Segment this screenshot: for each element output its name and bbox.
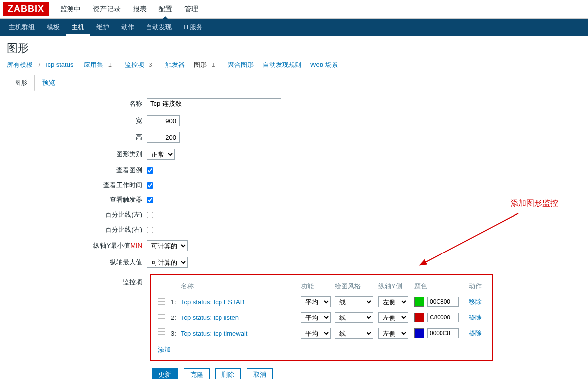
ymin-select[interactable]: 可计算的	[147, 240, 188, 251]
label-ymax: 纵轴最大值	[7, 258, 147, 267]
label-height: 高	[7, 133, 147, 142]
style-select[interactable]: 线	[335, 312, 373, 323]
label-items: 监控项	[7, 274, 147, 287]
topmenu-0[interactable]: 监测中	[54, 0, 87, 19]
item-name-link[interactable]: Tcp status: tcp listen	[181, 314, 239, 321]
func-select[interactable]: 平均	[301, 296, 331, 307]
label-name: 名称	[7, 99, 147, 108]
item-name-link[interactable]: Tcp status: tcp timewait	[181, 330, 247, 337]
pright-checkbox[interactable]	[147, 227, 153, 233]
logo: ZABBIX	[3, 2, 49, 16]
remove-link[interactable]: 移除	[469, 314, 482, 321]
func-select[interactable]: 平均	[301, 328, 331, 339]
label-triggers: 查看触发器	[7, 195, 147, 204]
top-menu: 监测中资产记录报表配置管理	[54, 0, 204, 19]
color-input[interactable]	[427, 297, 459, 307]
tab-1[interactable]: 预览	[35, 75, 63, 90]
label-pleft: 百分比线(左)	[7, 210, 147, 219]
th-style: 绘图风格	[333, 279, 376, 294]
table-row: 3:Tcp status: tcp timewait平均线左侧移除	[156, 325, 487, 341]
tab-0[interactable]: 图形	[7, 75, 35, 91]
submenu-1[interactable]: 模板	[41, 19, 66, 36]
width-input[interactable]	[147, 115, 180, 126]
submenu-5[interactable]: 自动发现	[140, 19, 178, 36]
name-input[interactable]	[147, 98, 281, 109]
add-item-link[interactable]: 添加	[158, 345, 171, 354]
breadcrumb-item-3[interactable]: 图形	[194, 61, 207, 68]
height-input[interactable]	[147, 132, 180, 143]
drag-handle-icon[interactable]	[158, 297, 165, 306]
drag-handle-icon[interactable]	[158, 328, 165, 337]
func-select[interactable]: 平均	[301, 312, 331, 323]
items-box: 名称 功能 绘图风格 纵轴Y侧 颜色 动作 1:Tcp status: tcp …	[150, 274, 493, 361]
breadcrumb-item-5[interactable]: 自动发现规则	[263, 61, 301, 68]
triggers-checkbox[interactable]	[147, 197, 153, 203]
submenu-4[interactable]: 动作	[115, 19, 140, 36]
th-name: 名称	[179, 279, 299, 294]
delete-button[interactable]: 删除	[215, 368, 241, 379]
legend-checkbox[interactable]	[147, 167, 153, 174]
update-button[interactable]: 更新	[152, 368, 178, 379]
breadcrumb-template[interactable]: Tcp status	[44, 61, 74, 68]
table-row: 1:Tcp status: tcp ESTAB平均线左侧移除	[156, 294, 487, 310]
label-worktime: 查看工作时间	[7, 181, 147, 190]
submenu-6[interactable]: IT服务	[178, 19, 209, 36]
breadcrumb: 所有模板 / Tcp status 应用集 1监控项 3触发器图形 1聚合图形自…	[7, 61, 581, 69]
worktime-checkbox[interactable]	[147, 182, 153, 189]
color-input[interactable]	[427, 328, 459, 338]
yaxis-select[interactable]: 左侧	[378, 296, 408, 307]
color-swatch[interactable]	[414, 328, 424, 338]
color-input[interactable]	[427, 313, 459, 322]
item-name-link[interactable]: Tcp status: tcp ESTAB	[181, 298, 244, 306]
breadcrumb-item-0[interactable]: 应用集	[84, 61, 103, 68]
drag-handle-icon[interactable]	[158, 313, 165, 321]
topmenu-3[interactable]: 配置	[152, 0, 178, 19]
color-swatch[interactable]	[414, 313, 424, 322]
pleft-checkbox[interactable]	[147, 212, 153, 218]
yaxis-select[interactable]: 左侧	[378, 328, 408, 339]
remove-link[interactable]: 移除	[469, 329, 482, 337]
breadcrumb-item-6[interactable]: Web 场景	[310, 61, 338, 68]
breadcrumb-item-2[interactable]: 触发器	[165, 61, 185, 68]
label-width: 宽	[7, 116, 147, 125]
cancel-button[interactable]: 取消	[247, 368, 273, 379]
breadcrumb-item-4[interactable]: 聚合图形	[228, 61, 254, 68]
label-legend: 查看图例	[7, 166, 147, 175]
breadcrumb-item-1[interactable]: 监控项	[125, 61, 144, 68]
submenu-0[interactable]: 主机群组	[3, 19, 41, 36]
page-title: 图形	[7, 41, 581, 56]
th-color: 颜色	[412, 279, 467, 294]
style-select[interactable]: 线	[335, 328, 373, 339]
th-action: 动作	[467, 279, 487, 294]
submenu-3[interactable]: 维护	[90, 19, 115, 36]
gtype-select[interactable]: 正常	[147, 149, 175, 160]
th-func: 功能	[299, 279, 333, 294]
topmenu-1[interactable]: 资产记录	[87, 0, 127, 19]
ymax-select[interactable]: 可计算的	[147, 257, 188, 268]
sub-menu: 主机群组模板主机维护动作自动发现IT服务	[0, 19, 588, 36]
submenu-2[interactable]: 主机	[66, 19, 90, 36]
th-yaxis: 纵轴Y侧	[376, 279, 412, 294]
style-select[interactable]: 线	[335, 296, 373, 307]
clone-button[interactable]: 克隆	[184, 368, 210, 379]
topmenu-4[interactable]: 管理	[178, 0, 204, 19]
breadcrumb-root[interactable]: 所有模板	[7, 61, 33, 68]
topmenu-2[interactable]: 报表	[127, 0, 152, 19]
table-row: 2:Tcp status: tcp listen平均线左侧移除	[156, 310, 487, 325]
tabs: 图形预览	[7, 74, 581, 91]
remove-link[interactable]: 移除	[469, 298, 482, 305]
label-ymin: 纵轴Y最小值MIN	[7, 241, 147, 250]
color-swatch[interactable]	[414, 297, 424, 307]
label-gtype: 图形类别	[7, 150, 147, 159]
yaxis-select[interactable]: 左侧	[378, 312, 408, 323]
label-pright: 百分比线(右)	[7, 225, 147, 234]
